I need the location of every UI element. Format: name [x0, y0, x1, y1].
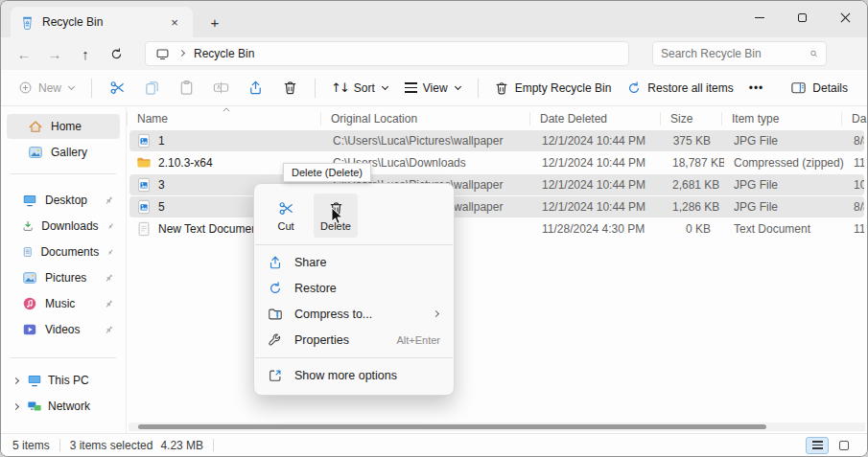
context-item-restore[interactable]: Restore — [259, 276, 449, 301]
downloads-icon — [22, 218, 34, 234]
context-menu-icon-row: Cut Delete — [254, 188, 454, 240]
maximize-button[interactable] — [781, 1, 824, 34]
breadcrumb[interactable]: Recycle Bin — [194, 47, 254, 60]
context-item-show-more-options[interactable]: Show more options — [259, 363, 449, 388]
sidebar-item-gallery[interactable]: Gallery — [7, 140, 120, 165]
gallery-icon — [28, 145, 43, 160]
view-button-label: View — [423, 81, 448, 95]
show-more-options-icon — [268, 368, 283, 383]
file-list-area: Name Original Location Date Deleted Size… — [126, 107, 867, 433]
submenu-chevron-icon — [433, 309, 439, 316]
context-item-compress-to[interactable]: Compress to... — [259, 302, 449, 327]
column-header-date-modified-clipped[interactable]: Da — [841, 112, 867, 126]
empty-recycle-bin-button[interactable]: Empty Recycle Bin — [486, 75, 620, 102]
sidebar-item-label: This PC — [48, 374, 89, 387]
copy-button[interactable] — [134, 74, 169, 103]
delete-button[interactable] — [272, 74, 307, 103]
pictures-icon — [22, 270, 37, 286]
context-item-shortcut: Alt+Enter — [396, 334, 440, 346]
item-type: Text Document — [724, 222, 844, 236]
sidebar-item-pictures[interactable]: Pictures — [7, 265, 120, 290]
paste-button[interactable] — [169, 74, 203, 103]
date-deleted: 11/28/2024 4:30 PM — [532, 222, 663, 236]
table-row[interactable]: 3 C:\Users\Luca\Pictures\wallpaper 12/1/… — [129, 174, 864, 195]
details-view-toggle[interactable] — [806, 437, 829, 454]
file-size: 18,787 KB — [663, 156, 724, 170]
sort-ascending-caret-icon — [223, 107, 230, 112]
back-button[interactable]: ← — [9, 40, 39, 67]
pin-icon — [102, 322, 116, 336]
command-toolbar: New ↑↓ Sort View Empty Recycle Bin Resto… — [1, 70, 867, 106]
context-item-label: Restore — [294, 282, 440, 295]
search-icon — [809, 47, 818, 60]
table-row[interactable]: 5 C:\Users\Luca\Pictures\wallpaper 12/1/… — [129, 196, 864, 217]
column-header-size[interactable]: Size — [660, 112, 721, 126]
sidebar-item-videos[interactable]: Videos — [7, 317, 120, 342]
rename-button[interactable] — [203, 74, 238, 103]
sidebar-item-label: Network — [48, 400, 90, 413]
new-button[interactable]: New — [11, 75, 83, 101]
context-cut-button[interactable]: Cut — [264, 194, 308, 238]
date-modified-clipped: 8/8 — [844, 134, 864, 148]
table-row[interactable]: New Text Document 11/28/2024 4:30 PM 0 K… — [129, 218, 864, 240]
column-header-name[interactable]: Name — [127, 112, 320, 126]
close-button[interactable] — [824, 1, 867, 34]
network-icon — [27, 399, 42, 414]
pin-icon — [104, 219, 117, 233]
cut-button[interactable] — [100, 74, 134, 103]
address-bar[interactable]: Recycle Bin — [145, 41, 629, 66]
scrollbar-thumb[interactable] — [138, 424, 766, 429]
context-item-share[interactable]: Share — [259, 250, 449, 275]
status-divider — [59, 439, 60, 451]
music-icon — [22, 296, 37, 311]
horizontal-scrollbar[interactable] — [129, 423, 865, 431]
column-header-item-type[interactable]: Item type — [721, 112, 841, 126]
chevron-right-icon[interactable] — [12, 377, 19, 383]
sidebar-item-this-pc[interactable]: This PC — [7, 368, 120, 393]
search-input[interactable] — [661, 47, 809, 60]
window-controls — [738, 1, 867, 34]
close-icon — [840, 12, 851, 23]
restore-icon — [268, 281, 283, 296]
context-item-properties[interactable]: Properties Alt+Enter — [259, 328, 449, 353]
table-row[interactable]: 2.10.3-x64 C:\Users\Luca\Downloads 12/1/… — [129, 152, 864, 173]
videos-icon — [22, 322, 37, 337]
tab-recycle-bin[interactable]: Recycle Bin × — [11, 7, 193, 37]
chevron-right-icon[interactable] — [12, 402, 19, 409]
minimize-button[interactable] — [738, 1, 781, 34]
chevron-down-icon — [455, 83, 461, 90]
tab-title: Recycle Bin — [42, 15, 166, 29]
details-pane-button[interactable]: Details — [781, 74, 857, 102]
forward-button[interactable]: → — [39, 40, 70, 67]
sidebar-item-downloads[interactable]: Downloads — [7, 214, 120, 239]
sidebar-item-home[interactable]: Home — [7, 114, 120, 139]
file-name: 2.10.3-x64 — [158, 156, 213, 170]
tab-close-icon[interactable]: × — [166, 13, 183, 31]
restore-all-items-button[interactable]: Restore all items — [619, 75, 740, 102]
sidebar-item-music[interactable]: Music — [7, 291, 120, 316]
desktop-root-icon — [155, 47, 170, 61]
large-icons-view-toggle[interactable] — [833, 437, 856, 454]
items-count: 5 items — [12, 439, 50, 452]
details-view-icon — [812, 441, 823, 449]
search-box[interactable] — [652, 41, 827, 66]
share-button[interactable] — [238, 74, 272, 103]
sort-button[interactable]: ↑↓ Sort — [323, 75, 397, 101]
file-size: 1,286 KB — [663, 200, 724, 214]
see-more-button[interactable]: ••• — [741, 81, 772, 95]
sidebar-item-network[interactable]: Network — [7, 394, 120, 419]
sidebar-item-desktop[interactable]: Desktop — [7, 188, 120, 213]
column-header-original-location[interactable]: Original Location — [320, 112, 529, 126]
large-icons-view-icon — [839, 441, 849, 450]
refresh-button[interactable] — [101, 40, 131, 67]
view-button[interactable]: View — [397, 76, 470, 101]
recycle-bin-tab-icon — [20, 15, 35, 30]
sidebar-item-documents[interactable]: Documents — [7, 240, 120, 264]
table-row[interactable]: 1 C:\Users\Luca\Pictures\wallpaper 12/1/… — [129, 130, 864, 151]
context-delete-button[interactable]: Delete — [314, 194, 358, 238]
tab-bar: Recycle Bin × + — [1, 1, 867, 37]
up-button[interactable]: ↑ — [70, 40, 101, 67]
new-tab-button[interactable]: + — [202, 11, 227, 34]
sidebar-divider — [11, 357, 116, 358]
column-header-date-deleted[interactable]: Date Deleted — [529, 112, 660, 126]
